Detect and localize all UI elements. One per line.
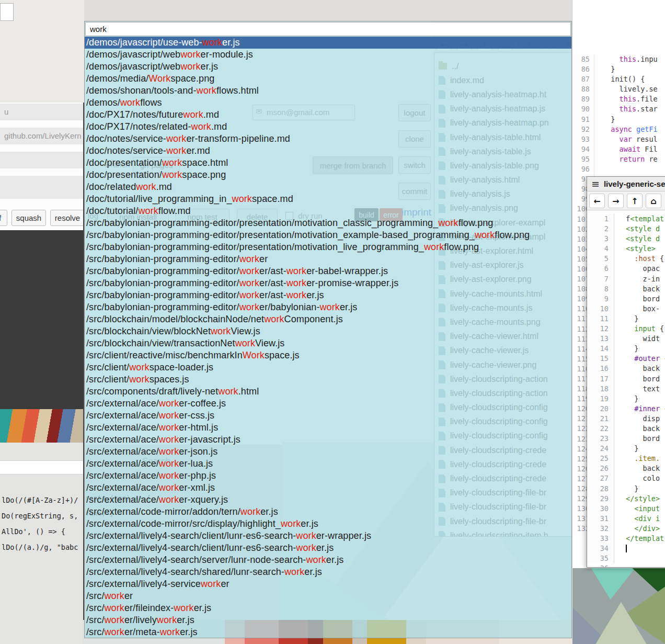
search-result-item[interactable]: /src/external/ace/worker-xml.js: [85, 482, 571, 494]
match-highlight: work: [159, 410, 179, 421]
match-highlight: work: [159, 458, 179, 469]
clipped-button[interactable]: f: [0, 210, 7, 226]
search-input[interactable]: [85, 22, 571, 36]
match-highlight: work: [296, 530, 316, 541]
code-line: opac: [626, 264, 665, 274]
line-number: 93: [572, 134, 590, 144]
search-result-item[interactable]: /src/babylonian-programming-editor/worke…: [85, 253, 571, 265]
search-result-item[interactable]: /demos/shonan/tools-and-workflows.html: [85, 85, 571, 97]
code-line: bord: [626, 434, 665, 444]
hamburger-icon[interactable]: ≡: [591, 179, 600, 189]
search-result-item[interactable]: /src/external/ace/worker-css.js: [85, 410, 571, 422]
home-icon[interactable]: ⌂: [646, 194, 661, 208]
search-result-item[interactable]: /src/external/lively4-search/client/lunr…: [85, 530, 571, 542]
line-number: 94: [572, 144, 590, 154]
search-result-item[interactable]: /src/blockchain/model/blockchainNode/net…: [85, 313, 571, 325]
desktop-widget: [0, 3, 14, 21]
forward-icon[interactable]: →: [608, 194, 624, 208]
search-result-item[interactable]: /doc/presentation/workspace.html: [85, 157, 571, 169]
search-result-item[interactable]: /src/blockchain/view/transactionNetworkV…: [85, 337, 571, 349]
search-result-item[interactable]: /src/worker/meta-worker.js: [85, 626, 571, 638]
search-result-item[interactable]: /src/babylonian-programming-editor/prese…: [85, 241, 571, 253]
search-result-item[interactable]: /src/external/lively4-search/client/lunr…: [85, 542, 571, 554]
search-result-item[interactable]: /src/external/ace/worker-coffee.js: [85, 398, 571, 410]
repo-url-field[interactable]: github.com/LivelyKern: [0, 128, 84, 144]
search-result-item[interactable]: /src/external/code-mirror/src/display/hi…: [85, 518, 571, 530]
file-search-overlay: /demos/javascript/use-web-worker.js/demo…: [84, 21, 572, 638]
match-highlight: work: [202, 37, 222, 48]
back-icon[interactable]: ←: [589, 194, 605, 208]
search-result-item[interactable]: /doc/tutorial/live_programming_in_worksp…: [85, 193, 571, 205]
search-result-item[interactable]: /doc/PX17/notes/futurework.md: [85, 109, 571, 121]
match-highlight: work: [191, 121, 211, 132]
code-line: <style d: [626, 224, 665, 234]
code-token: }: [634, 344, 638, 353]
match-highlight: work: [159, 398, 179, 409]
code-token: :host: [634, 254, 656, 263]
search-result-item[interactable]: /doc/tutorial/workflow.md: [85, 205, 571, 217]
match-highlight: work: [201, 579, 221, 589]
search-result-item[interactable]: /src/babylonian-programming-editor/worke…: [85, 265, 571, 277]
line-number: 19: [587, 394, 609, 404]
code-line: </style>: [626, 494, 665, 504]
code-line: lDo(/(a.)/g, "babc: [2, 543, 78, 551]
search-result-item[interactable]: /src/client/workspace-loader.js: [85, 361, 571, 374]
line-number: 29: [587, 494, 609, 504]
code-token: back: [643, 364, 660, 372]
search-result-item[interactable]: /src/worker/fileindex-worker.js: [85, 602, 571, 614]
code-token: back: [643, 424, 660, 433]
search-result-item[interactable]: /src/external/ace/worker-lua.js: [85, 458, 571, 470]
search-result-item[interactable]: /src/external/code-mirror/addon/tern/wor…: [85, 506, 571, 518]
line-number: 86: [572, 64, 590, 74]
window-titlebar[interactable]: ≡ lively-generic-se: [587, 177, 665, 191]
line-number: 28: [587, 484, 609, 494]
search-result-item[interactable]: /src/babylonian-programming-editor/worke…: [85, 289, 571, 301]
line-number: 18: [587, 384, 609, 394]
search-result-item[interactable]: /demos/javascript/webworker.js: [85, 61, 571, 73]
search-result-item[interactable]: /src/worker: [85, 590, 571, 602]
search-result-item[interactable]: /src/external/lively4-serviceworker: [85, 578, 571, 590]
dark-panel: [0, 230, 84, 409]
search-result-item[interactable]: /doc/relatedwork.md: [85, 181, 571, 193]
code-line: </templat: [626, 534, 665, 544]
search-result-item[interactable]: /src/blockchain/view/blockNetworkView.js: [85, 325, 571, 337]
text-field[interactable]: [0, 152, 84, 168]
code-area[interactable]: f<templat<style d<style d<style> :host {…: [626, 214, 665, 553]
search-result-item[interactable]: /doc/notes/service-worker-transform-pipe…: [85, 133, 571, 145]
search-result-item[interactable]: /doc/notes/service-worker.md: [85, 145, 571, 157]
search-result-item[interactable]: /src/worker/livelyworker.js: [85, 614, 571, 626]
search-result-item[interactable]: /src/external/ace/worker-php.js: [85, 470, 571, 482]
search-result-item[interactable]: /doc/PX17/notes/related-work.md: [85, 121, 571, 133]
search-result-item[interactable]: /src/components/draft/lively-network.htm…: [85, 386, 571, 398]
line-number: 3: [587, 234, 609, 244]
search-result-item[interactable]: /demos/workflows: [85, 97, 571, 109]
search-result-item[interactable]: /src/babylonian-programming-editor/worke…: [85, 301, 571, 313]
search-result-item[interactable]: /src/external/ace/worker-xquery.js: [85, 494, 571, 506]
code-token: text: [643, 385, 660, 393]
search-result-item[interactable]: /src/babylonian-programming-editor/prese…: [85, 217, 571, 229]
search-result-item[interactable]: /src/external/lively4-search/server/lunr…: [85, 554, 571, 566]
search-result-item[interactable]: /src/external/ace/worker-html.js: [85, 422, 571, 434]
search-result-item[interactable]: /demos/javascript/use-web-worker.js: [85, 37, 571, 49]
up-icon[interactable]: ↑: [627, 194, 643, 208]
line-number: 23: [587, 434, 609, 444]
line-number: 1: [587, 214, 609, 224]
search-result-item[interactable]: /src/babylonian-programming-editor/prese…: [85, 229, 571, 241]
match-highlight: work: [159, 422, 179, 433]
search-result-item[interactable]: /doc/presentation/workspace.png: [85, 169, 571, 181]
text-field[interactable]: u: [0, 104, 84, 120]
line-number: 15: [587, 354, 609, 364]
search-result-item[interactable]: /demos/javascript/webworker-module.js: [85, 49, 571, 61]
search-result-item[interactable]: /src/external/ace/worker-javascript.js: [85, 434, 571, 446]
squash-button[interactable]: squash: [12, 210, 46, 226]
search-result-item[interactable]: /demos/media/Workspace.png: [85, 73, 571, 85]
search-result-item[interactable]: /src/client/workspaces.js: [85, 374, 571, 386]
search-result-item[interactable]: /src/client/reactive/misc/benchmarkInWor…: [85, 349, 571, 361]
resolve-button[interactable]: resolve: [50, 210, 85, 226]
search-result-item[interactable]: /src/external/ace/worker-json.js: [85, 446, 571, 458]
code-line: text: [626, 384, 665, 394]
match-highlight: work: [286, 266, 306, 276]
search-result-item[interactable]: /src/babylonian-programming-editor/worke…: [85, 277, 571, 289]
text-field[interactable]: [0, 176, 84, 199]
search-result-item[interactable]: /src/external/lively4-search/shared/lunr…: [85, 566, 571, 578]
